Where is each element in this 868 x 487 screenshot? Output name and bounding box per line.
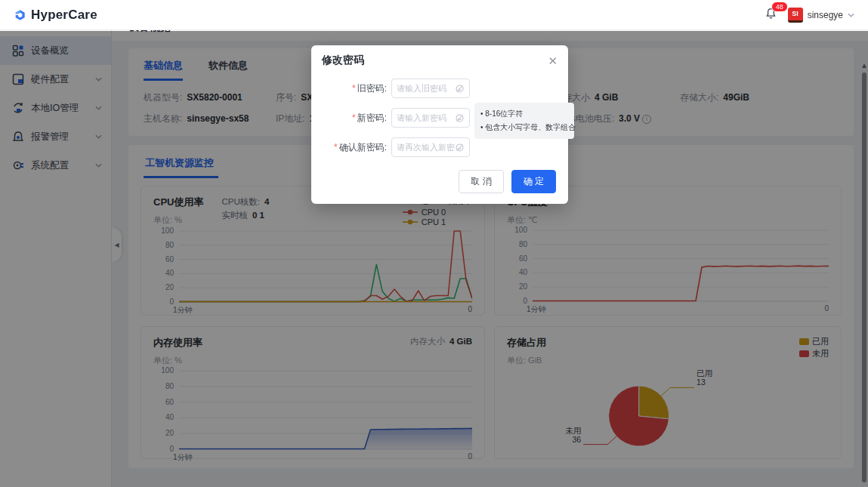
confirm-password-label: *确认新密码: bbox=[322, 141, 387, 154]
change-password-modal: 修改密码 ✕ *旧密码: *新密码: 8-16位字符 包含大小写字母、数 bbox=[311, 45, 568, 204]
brand-name: HyperCare bbox=[31, 8, 97, 23]
password-rules-hint: 8-16位字符 包含大小写字母、数字组合 bbox=[474, 103, 574, 139]
notification-badge: 48 bbox=[771, 2, 788, 12]
chevron-down-icon bbox=[848, 13, 854, 17]
brand-logo-icon bbox=[14, 9, 26, 21]
brand: HyperCare bbox=[14, 8, 97, 23]
close-icon[interactable]: ✕ bbox=[548, 55, 558, 66]
confirm-password-input[interactable] bbox=[397, 143, 455, 152]
username: sinsegye bbox=[808, 10, 843, 20]
eye-off-icon[interactable] bbox=[455, 143, 465, 153]
confirm-password-row: *确认新密码: bbox=[322, 137, 558, 157]
confirm-button[interactable]: 确 定 bbox=[511, 170, 556, 193]
old-password-label: *旧密码: bbox=[322, 82, 387, 95]
notifications-button[interactable]: 48 bbox=[765, 7, 777, 23]
avatar: SI bbox=[788, 8, 803, 23]
user-menu[interactable]: SI sinsegye bbox=[788, 8, 854, 23]
cancel-button[interactable]: 取 消 bbox=[459, 170, 503, 193]
old-password-field[interactable] bbox=[391, 79, 470, 98]
eye-off-icon[interactable] bbox=[455, 113, 465, 123]
app-header: HyperCare 48 SI sinsegye bbox=[0, 0, 868, 30]
new-password-field[interactable] bbox=[391, 108, 470, 128]
new-password-label: *新密码: bbox=[322, 112, 387, 125]
eye-off-icon[interactable] bbox=[455, 84, 465, 94]
confirm-password-field[interactable] bbox=[391, 137, 470, 157]
new-password-input[interactable] bbox=[397, 113, 455, 122]
old-password-row: *旧密码: bbox=[322, 79, 558, 98]
old-password-input[interactable] bbox=[397, 84, 455, 93]
modal-title: 修改密码 bbox=[322, 54, 364, 67]
new-password-row: *新密码: 8-16位字符 包含大小写字母、数字组合 bbox=[322, 108, 558, 128]
